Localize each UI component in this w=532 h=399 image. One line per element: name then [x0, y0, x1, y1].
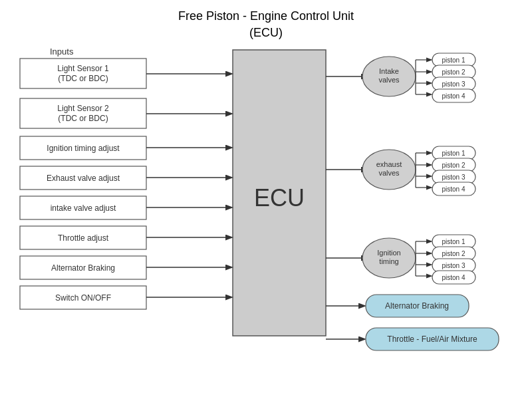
ignition-piston-4 [432, 271, 475, 284]
svg-text:piston 4: piston 4 [442, 274, 465, 281]
ignition-piston-1 [432, 235, 475, 248]
ignition-timing-ellipse [362, 238, 416, 278]
input-box-0 [20, 59, 146, 88]
page: Free Piston - Engine Control Unit (ECU) … [0, 0, 532, 399]
svg-text:Switch ON/OFF: Switch ON/OFF [55, 293, 111, 303]
intake-piston-2 [432, 65, 475, 78]
ignition-piston-3 [432, 259, 475, 272]
exhaust-piston-4 [432, 182, 475, 196]
intake-piston-4 [432, 89, 475, 102]
page-title: Free Piston - Engine Control Unit (ECU) [0, 0, 532, 41]
svg-text:Throttle adjust: Throttle adjust [58, 233, 109, 243]
svg-text:Ignition: Ignition [377, 249, 400, 257]
throttle-output [366, 328, 499, 350]
inputs-label: Inputs [50, 47, 74, 57]
svg-text:piston 2: piston 2 [442, 250, 465, 257]
svg-text:valves: valves [378, 169, 400, 177]
svg-text:Alternator Braking: Alternator Braking [385, 301, 449, 311]
svg-text:(TDC or BDC): (TDC or BDC) [58, 74, 108, 83]
svg-text:piston 4: piston 4 [442, 92, 465, 100]
ecu-label: ECU [254, 184, 305, 211]
svg-text:piston 3: piston 3 [442, 80, 465, 88]
svg-text:Light Sensor 2: Light Sensor 2 [57, 104, 109, 113]
svg-text:piston 2: piston 2 [442, 68, 465, 76]
svg-text:(TDC or BDC): (TDC or BDC) [58, 114, 108, 123]
intake-piston-1 [432, 53, 475, 66]
svg-text:intake valve adjust: intake valve adjust [51, 203, 116, 213]
svg-text:Ignition timing adjust: Ignition timing adjust [47, 144, 120, 153]
ecu-block [233, 50, 326, 336]
svg-text:Throttle  - Fuel/Air Mixture: Throttle - Fuel/Air Mixture [387, 334, 477, 344]
input-box-1 [20, 98, 146, 128]
exhaust-piston-1 [432, 146, 475, 160]
exhaust-piston-2 [432, 158, 475, 172]
exhaust-valves-ellipse [362, 150, 416, 190]
svg-text:piston 1: piston 1 [442, 150, 465, 157]
input-box-3 [20, 166, 146, 190]
alternator-braking-output [366, 295, 469, 317]
svg-text:Alternator Braking: Alternator Braking [51, 263, 115, 273]
svg-text:piston 2: piston 2 [442, 162, 465, 169]
svg-text:exhaust: exhaust [376, 160, 402, 168]
input-box-6 [20, 256, 146, 279]
input-box-2 [20, 136, 146, 160]
svg-text:valves: valves [378, 76, 400, 84]
svg-text:piston 4: piston 4 [442, 186, 465, 193]
svg-text:piston 1: piston 1 [442, 57, 465, 64]
intake-valves-ellipse [362, 57, 416, 96]
input-box-7 [20, 286, 146, 309]
svg-text:Intake: Intake [379, 67, 399, 75]
svg-text:piston 3: piston 3 [442, 262, 465, 269]
svg-text:piston 3: piston 3 [442, 174, 465, 181]
svg-text:Exhaust valve adjust: Exhaust valve adjust [47, 174, 120, 183]
input-box-4 [20, 196, 146, 219]
svg-text:Light Sensor 1: Light Sensor 1 [57, 64, 109, 73]
input-box-5 [20, 226, 146, 249]
svg-text:timing: timing [379, 257, 398, 265]
ignition-piston-2 [432, 247, 475, 260]
svg-text:piston 1: piston 1 [442, 238, 465, 245]
intake-piston-3 [432, 77, 475, 90]
exhaust-piston-3 [432, 170, 475, 184]
